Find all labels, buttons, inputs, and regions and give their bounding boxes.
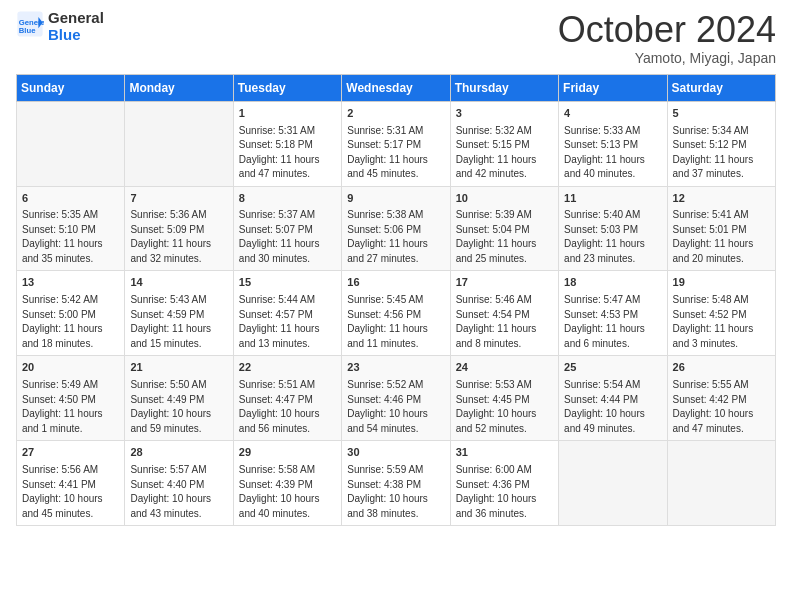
day-number: 17 xyxy=(456,275,553,291)
calendar-cell: 19Sunrise: 5:48 AM Sunset: 4:52 PM Dayli… xyxy=(667,271,775,356)
day-number: 26 xyxy=(673,360,770,376)
calendar-cell: 27Sunrise: 5:56 AM Sunset: 4:41 PM Dayli… xyxy=(17,441,125,526)
day-info: Sunrise: 5:43 AM Sunset: 4:59 PM Dayligh… xyxy=(130,293,227,351)
calendar-cell: 23Sunrise: 5:52 AM Sunset: 4:46 PM Dayli… xyxy=(342,356,450,441)
calendar-cell xyxy=(17,101,125,186)
day-number: 3 xyxy=(456,106,553,122)
calendar-cell: 26Sunrise: 5:55 AM Sunset: 4:42 PM Dayli… xyxy=(667,356,775,441)
day-header-saturday: Saturday xyxy=(667,74,775,101)
day-number: 25 xyxy=(564,360,661,376)
logo: General Blue GeneralBlue xyxy=(16,10,104,43)
day-info: Sunrise: 5:58 AM Sunset: 4:39 PM Dayligh… xyxy=(239,463,336,521)
day-info: Sunrise: 5:56 AM Sunset: 4:41 PM Dayligh… xyxy=(22,463,119,521)
day-info: Sunrise: 6:00 AM Sunset: 4:36 PM Dayligh… xyxy=(456,463,553,521)
day-number: 6 xyxy=(22,191,119,207)
day-number: 14 xyxy=(130,275,227,291)
day-info: Sunrise: 5:31 AM Sunset: 5:18 PM Dayligh… xyxy=(239,124,336,182)
calendar-cell: 20Sunrise: 5:49 AM Sunset: 4:50 PM Dayli… xyxy=(17,356,125,441)
day-number: 22 xyxy=(239,360,336,376)
day-info: Sunrise: 5:41 AM Sunset: 5:01 PM Dayligh… xyxy=(673,208,770,266)
day-info: Sunrise: 5:57 AM Sunset: 4:40 PM Dayligh… xyxy=(130,463,227,521)
day-number: 10 xyxy=(456,191,553,207)
day-number: 1 xyxy=(239,106,336,122)
day-info: Sunrise: 5:31 AM Sunset: 5:17 PM Dayligh… xyxy=(347,124,444,182)
day-number: 24 xyxy=(456,360,553,376)
day-info: Sunrise: 5:37 AM Sunset: 5:07 PM Dayligh… xyxy=(239,208,336,266)
calendar-cell: 22Sunrise: 5:51 AM Sunset: 4:47 PM Dayli… xyxy=(233,356,341,441)
day-info: Sunrise: 5:39 AM Sunset: 5:04 PM Dayligh… xyxy=(456,208,553,266)
day-header-monday: Monday xyxy=(125,74,233,101)
day-info: Sunrise: 5:38 AM Sunset: 5:06 PM Dayligh… xyxy=(347,208,444,266)
day-info: Sunrise: 5:54 AM Sunset: 4:44 PM Dayligh… xyxy=(564,378,661,436)
day-number: 23 xyxy=(347,360,444,376)
day-info: Sunrise: 5:50 AM Sunset: 4:49 PM Dayligh… xyxy=(130,378,227,436)
calendar-cell: 9Sunrise: 5:38 AM Sunset: 5:06 PM Daylig… xyxy=(342,186,450,271)
calendar-cell: 8Sunrise: 5:37 AM Sunset: 5:07 PM Daylig… xyxy=(233,186,341,271)
calendar-cell: 14Sunrise: 5:43 AM Sunset: 4:59 PM Dayli… xyxy=(125,271,233,356)
calendar-cell: 12Sunrise: 5:41 AM Sunset: 5:01 PM Dayli… xyxy=(667,186,775,271)
location-title: Yamoto, Miyagi, Japan xyxy=(558,50,776,66)
calendar-cell xyxy=(559,441,667,526)
day-number: 4 xyxy=(564,106,661,122)
calendar-cell: 1Sunrise: 5:31 AM Sunset: 5:18 PM Daylig… xyxy=(233,101,341,186)
svg-text:Blue: Blue xyxy=(19,26,36,35)
day-info: Sunrise: 5:34 AM Sunset: 5:12 PM Dayligh… xyxy=(673,124,770,182)
day-number: 19 xyxy=(673,275,770,291)
calendar-cell: 11Sunrise: 5:40 AM Sunset: 5:03 PM Dayli… xyxy=(559,186,667,271)
day-number: 5 xyxy=(673,106,770,122)
calendar-week-row: 1Sunrise: 5:31 AM Sunset: 5:18 PM Daylig… xyxy=(17,101,776,186)
day-info: Sunrise: 5:44 AM Sunset: 4:57 PM Dayligh… xyxy=(239,293,336,351)
day-number: 18 xyxy=(564,275,661,291)
calendar-header-row: SundayMondayTuesdayWednesdayThursdayFrid… xyxy=(17,74,776,101)
calendar-cell: 4Sunrise: 5:33 AM Sunset: 5:13 PM Daylig… xyxy=(559,101,667,186)
calendar-cell: 15Sunrise: 5:44 AM Sunset: 4:57 PM Dayli… xyxy=(233,271,341,356)
day-number: 27 xyxy=(22,445,119,461)
calendar-cell: 31Sunrise: 6:00 AM Sunset: 4:36 PM Dayli… xyxy=(450,441,558,526)
day-info: Sunrise: 5:52 AM Sunset: 4:46 PM Dayligh… xyxy=(347,378,444,436)
day-info: Sunrise: 5:59 AM Sunset: 4:38 PM Dayligh… xyxy=(347,463,444,521)
calendar-week-row: 27Sunrise: 5:56 AM Sunset: 4:41 PM Dayli… xyxy=(17,441,776,526)
calendar-week-row: 20Sunrise: 5:49 AM Sunset: 4:50 PM Dayli… xyxy=(17,356,776,441)
day-number: 28 xyxy=(130,445,227,461)
day-number: 11 xyxy=(564,191,661,207)
title-block: October 2024 Yamoto, Miyagi, Japan xyxy=(558,10,776,66)
day-number: 29 xyxy=(239,445,336,461)
day-number: 15 xyxy=(239,275,336,291)
calendar-cell: 5Sunrise: 5:34 AM Sunset: 5:12 PM Daylig… xyxy=(667,101,775,186)
calendar-cell: 18Sunrise: 5:47 AM Sunset: 4:53 PM Dayli… xyxy=(559,271,667,356)
day-header-thursday: Thursday xyxy=(450,74,558,101)
calendar-cell: 24Sunrise: 5:53 AM Sunset: 4:45 PM Dayli… xyxy=(450,356,558,441)
calendar-cell: 13Sunrise: 5:42 AM Sunset: 5:00 PM Dayli… xyxy=(17,271,125,356)
calendar-cell: 21Sunrise: 5:50 AM Sunset: 4:49 PM Dayli… xyxy=(125,356,233,441)
day-info: Sunrise: 5:42 AM Sunset: 5:00 PM Dayligh… xyxy=(22,293,119,351)
day-number: 30 xyxy=(347,445,444,461)
day-number: 20 xyxy=(22,360,119,376)
day-number: 13 xyxy=(22,275,119,291)
day-info: Sunrise: 5:46 AM Sunset: 4:54 PM Dayligh… xyxy=(456,293,553,351)
logo-icon: General Blue xyxy=(16,10,44,38)
day-info: Sunrise: 5:49 AM Sunset: 4:50 PM Dayligh… xyxy=(22,378,119,436)
day-number: 9 xyxy=(347,191,444,207)
header: General Blue GeneralBlue October 2024 Ya… xyxy=(16,10,776,66)
day-info: Sunrise: 5:47 AM Sunset: 4:53 PM Dayligh… xyxy=(564,293,661,351)
calendar-cell: 3Sunrise: 5:32 AM Sunset: 5:15 PM Daylig… xyxy=(450,101,558,186)
calendar-cell: 7Sunrise: 5:36 AM Sunset: 5:09 PM Daylig… xyxy=(125,186,233,271)
day-number: 8 xyxy=(239,191,336,207)
day-header-sunday: Sunday xyxy=(17,74,125,101)
day-info: Sunrise: 5:45 AM Sunset: 4:56 PM Dayligh… xyxy=(347,293,444,351)
day-info: Sunrise: 5:40 AM Sunset: 5:03 PM Dayligh… xyxy=(564,208,661,266)
calendar-page: General Blue GeneralBlue October 2024 Ya… xyxy=(0,0,792,612)
calendar-cell: 6Sunrise: 5:35 AM Sunset: 5:10 PM Daylig… xyxy=(17,186,125,271)
day-info: Sunrise: 5:51 AM Sunset: 4:47 PM Dayligh… xyxy=(239,378,336,436)
day-number: 12 xyxy=(673,191,770,207)
calendar-cell: 30Sunrise: 5:59 AM Sunset: 4:38 PM Dayli… xyxy=(342,441,450,526)
day-number: 7 xyxy=(130,191,227,207)
day-info: Sunrise: 5:32 AM Sunset: 5:15 PM Dayligh… xyxy=(456,124,553,182)
calendar-cell xyxy=(667,441,775,526)
day-number: 2 xyxy=(347,106,444,122)
calendar-cell: 10Sunrise: 5:39 AM Sunset: 5:04 PM Dayli… xyxy=(450,186,558,271)
day-header-friday: Friday xyxy=(559,74,667,101)
calendar-week-row: 13Sunrise: 5:42 AM Sunset: 5:00 PM Dayli… xyxy=(17,271,776,356)
day-header-tuesday: Tuesday xyxy=(233,74,341,101)
day-info: Sunrise: 5:35 AM Sunset: 5:10 PM Dayligh… xyxy=(22,208,119,266)
